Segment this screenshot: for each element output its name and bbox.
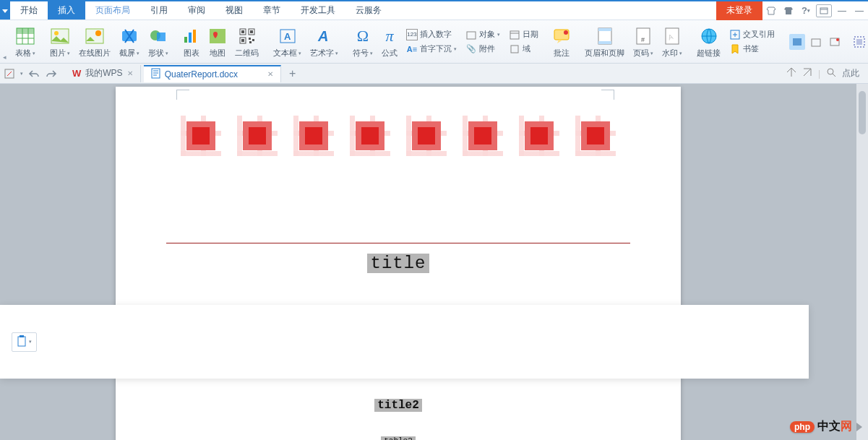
- shapes-icon: [150, 25, 167, 48]
- pi-icon: π: [385, 25, 393, 48]
- document-workspace[interactable]: title title1 table1 title2 table2 ▾: [0, 84, 868, 440]
- tab-view[interactable]: 视图: [215, 1, 253, 20]
- tab-developer[interactable]: 开发工具: [291, 1, 345, 20]
- new-tab-button[interactable]: +: [284, 65, 301, 82]
- right-tool-icons: [785, 34, 847, 50]
- tab-start[interactable]: 开始: [10, 1, 48, 20]
- tab-cloud[interactable]: 云服务: [345, 1, 392, 20]
- chart-button[interactable]: 图表: [179, 22, 205, 62]
- svg-point-44: [836, 38, 839, 41]
- table2-field[interactable]: table2: [381, 436, 416, 440]
- header-footer-button[interactable]: 页眉和页脚: [580, 22, 629, 62]
- login-button[interactable]: 未登录: [716, 1, 762, 20]
- svg-rect-3: [17, 28, 34, 33]
- minimize-icon[interactable]: —: [851, 1, 868, 20]
- vertical-scrollbar[interactable]: [856, 84, 868, 440]
- shapes-button[interactable]: 形状▾: [144, 22, 173, 62]
- redo-icon[interactable]: [45, 67, 58, 80]
- nav-icon-2[interactable]: [802, 67, 812, 79]
- tab-review[interactable]: 审阅: [178, 1, 215, 20]
- watermark-button[interactable]: A 水印▾: [658, 22, 687, 62]
- qat-dropdown[interactable]: ▾: [20, 71, 23, 77]
- symbol-button[interactable]: Ω 符号▾: [348, 22, 377, 62]
- title-field[interactable]: title: [367, 254, 429, 273]
- search-icon[interactable]: [826, 67, 836, 79]
- field-button[interactable]: 域: [507, 43, 540, 56]
- tool-icon-3[interactable]: [827, 34, 843, 50]
- cross-reference-button[interactable]: 交叉引用: [728, 28, 776, 41]
- bookmark-icon: [729, 43, 741, 55]
- svg-rect-14: [210, 29, 225, 43]
- document-tab-bar: ▾ W 我的WPS ✕ QuaterReport.docx ✕ + | 点此: [0, 64, 868, 84]
- floating-toolbar-band: ▾: [0, 305, 809, 379]
- comment-button[interactable]: 批注: [549, 22, 575, 62]
- omega-icon: Ω: [357, 25, 369, 48]
- watermark-icon: A: [664, 25, 680, 48]
- table-label: 表格: [15, 48, 31, 59]
- map-button[interactable]: 地图: [205, 22, 231, 62]
- document-tab-label: QuaterReport.docx: [165, 69, 238, 79]
- paste-options-button[interactable]: ▾: [12, 332, 37, 352]
- redacted-header-images: [116, 116, 681, 156]
- online-picture-label: 在线图片: [79, 48, 111, 59]
- undo-icon[interactable]: [27, 67, 40, 80]
- svg-rect-13: [193, 30, 196, 43]
- tool-icon-2[interactable]: [808, 34, 824, 50]
- bookmark-button[interactable]: 书签: [728, 43, 776, 56]
- restrict-edit-icon[interactable]: [3, 67, 16, 80]
- number-icon: 123: [406, 29, 418, 40]
- wordart-button[interactable]: A 艺术字▾: [306, 22, 343, 62]
- page-number-button[interactable]: # 页码▾: [629, 22, 658, 62]
- table-icon: [16, 25, 35, 48]
- ribbon: ◂ 表格▾ 图片▾ 在线图片 截屏▾ 形状▾ 图表 地图 二维码 A 文本框▾ …: [0, 20, 868, 64]
- svg-rect-34: [598, 41, 611, 44]
- object-button[interactable]: 对象▾: [464, 28, 502, 41]
- hyperlink-label: 超链接: [697, 48, 721, 59]
- screenshot-button[interactable]: 截屏▾: [115, 22, 144, 62]
- ribbon-scroll-left[interactable]: ◂: [3, 20, 7, 64]
- globe-icon: [700, 25, 718, 48]
- picture-icon: [51, 25, 69, 48]
- online-picture-button[interactable]: 在线图片: [74, 22, 115, 62]
- attachment-button[interactable]: 📎附件: [464, 43, 502, 56]
- page-number-icon: #: [635, 25, 651, 48]
- svg-text:A: A: [317, 28, 328, 44]
- insert-number-button[interactable]: 123插入数字: [405, 28, 458, 41]
- picture-button[interactable]: 图片▾: [46, 22, 74, 62]
- home-tab[interactable]: W 我的WPS ✕: [65, 65, 141, 82]
- help-icon[interactable]: ?▾: [797, 1, 815, 20]
- svg-rect-52: [20, 335, 24, 337]
- textbox-button[interactable]: A 文本框▾: [269, 22, 306, 62]
- skin2-icon[interactable]: [780, 1, 797, 20]
- map-icon: [209, 25, 226, 48]
- textbox-icon: A: [279, 25, 296, 48]
- document-page-1[interactable]: title: [116, 87, 681, 311]
- tab-sections[interactable]: 章节: [253, 1, 291, 20]
- tab-references[interactable]: 引用: [140, 1, 178, 20]
- close-document-tab[interactable]: ✕: [267, 70, 273, 78]
- tab-insert[interactable]: 插入: [48, 1, 85, 20]
- svg-rect-51: [18, 337, 25, 346]
- cross-ref-icon: [729, 29, 741, 40]
- popout-icon[interactable]: [816, 4, 832, 17]
- qrcode-button[interactable]: 二维码: [231, 22, 263, 62]
- ribbon-collapse-icon[interactable]: —: [833, 1, 851, 20]
- heading2-field[interactable]: title2: [374, 399, 422, 412]
- skin-icon[interactable]: [762, 1, 780, 20]
- equation-button[interactable]: π 公式: [377, 22, 402, 62]
- document-tab[interactable]: QuaterReport.docx ✕: [144, 65, 281, 82]
- tool-icon-1[interactable]: [789, 34, 805, 50]
- svg-rect-28: [510, 31, 519, 39]
- paperclip-icon: 📎: [465, 43, 477, 55]
- nav-icon-1[interactable]: [786, 67, 796, 79]
- table-button[interactable]: 表格▾: [11, 22, 40, 62]
- dropcap-button[interactable]: A≡首字下沉▾: [405, 43, 458, 56]
- tab-page-layout[interactable]: 页面布局: [85, 1, 140, 20]
- date-button[interactable]: 日期: [507, 28, 540, 41]
- app-menu-button[interactable]: [0, 1, 10, 20]
- wordart-icon: A: [316, 25, 333, 48]
- close-home-tab[interactable]: ✕: [127, 69, 133, 77]
- hyperlink-button[interactable]: 超链接: [692, 22, 725, 62]
- tool-icon-4[interactable]: [851, 34, 867, 50]
- object-icon: [465, 29, 477, 40]
